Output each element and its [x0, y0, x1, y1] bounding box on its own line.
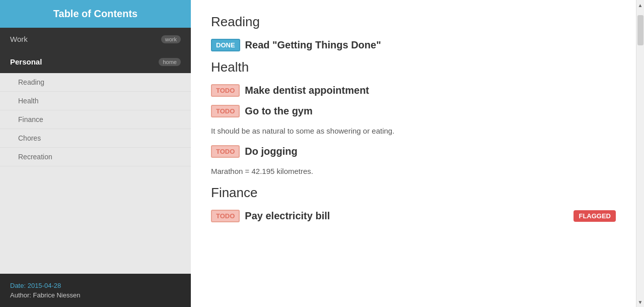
heading-finance: Finance — [211, 185, 616, 201]
heading-health: Health — [211, 59, 616, 75]
badge-done: DONE — [211, 39, 240, 51]
footer-author: Author: Fabrice Niessen — [10, 291, 181, 299]
sidebar-item-chores[interactable]: Chores — [0, 129, 191, 148]
scroll-up-arrow[interactable]: ▲ — [636, 0, 645, 10]
section-health: Health TODO Make dentist appointment TOD… — [211, 59, 616, 177]
table-row: TODO Do jogging — [211, 145, 616, 158]
sidebar: Table of Contents Work work Personal hom… — [0, 0, 191, 307]
sidebar-header: Table of Contents — [0, 0, 191, 28]
badge-todo: TODO — [211, 210, 240, 222]
task-label: Do jogging — [245, 146, 297, 157]
badge-todo: TODO — [211, 105, 240, 117]
sidebar-item-health[interactable]: Health — [0, 92, 191, 110]
badge-todo: TODO — [211, 145, 240, 158]
task-label: Go to the gym — [245, 105, 312, 117]
task-label: Read "Getting Things Done" — [245, 39, 381, 51]
flagged-badge: FLAGGED — [574, 210, 616, 222]
scrollbar[interactable]: ▲ ▼ — [636, 0, 644, 307]
sidebar-section-personal[interactable]: Personal home — [0, 50, 191, 73]
sidebar-work-badge: work — [161, 35, 181, 43]
main-content: Reading DONE Read "Getting Things Done" … — [191, 0, 636, 307]
heading-reading: Reading — [211, 14, 616, 30]
sidebar-work-label: Work — [10, 35, 28, 43]
task-label: Make dentist appointment — [245, 85, 369, 96]
sidebar-item-finance[interactable]: Finance — [0, 110, 191, 129]
sidebar-personal-badge: home — [159, 58, 181, 66]
sidebar-footer: Date: 2015-04-28 Author: Fabrice Niessen — [0, 274, 191, 307]
task-label: Pay electricity bill — [245, 210, 330, 222]
task-note: Marathon = 42.195 kilometres. — [211, 166, 616, 177]
table-row: TODO Make dentist appointment — [211, 84, 616, 97]
badge-todo: TODO — [211, 84, 240, 97]
table-row: TODO Go to the gym — [211, 105, 616, 117]
sidebar-personal-label: Personal — [10, 57, 42, 66]
sidebar-section-work[interactable]: Work work — [0, 28, 191, 50]
scroll-down-arrow[interactable]: ▼ — [636, 297, 645, 307]
sidebar-title: Table of Contents — [53, 8, 137, 19]
task-note: It should be as natural to some as showe… — [211, 126, 616, 137]
scroll-thumb[interactable] — [637, 15, 643, 45]
table-row: TODO Pay electricity bill FLAGGED — [211, 210, 616, 222]
sidebar-subitems: Reading Health Finance Chores Recreation — [0, 73, 191, 274]
sidebar-item-recreation[interactable]: Recreation — [0, 148, 191, 166]
scroll-track[interactable] — [636, 10, 645, 297]
table-row: DONE Read "Getting Things Done" — [211, 39, 616, 51]
section-reading: Reading DONE Read "Getting Things Done" — [211, 14, 616, 51]
section-finance: Finance TODO Pay electricity bill FLAGGE… — [211, 185, 616, 222]
footer-date: Date: 2015-04-28 — [10, 282, 181, 289]
sidebar-item-reading[interactable]: Reading — [0, 73, 191, 92]
